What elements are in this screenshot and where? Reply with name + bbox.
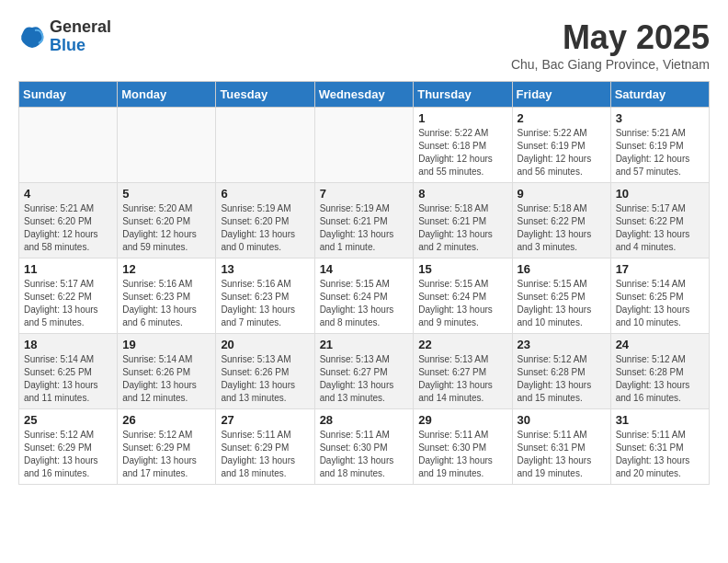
- day-number: 23: [518, 338, 606, 351]
- calendar-header-row: SundayMondayTuesdayWednesdayThursdayFrid…: [19, 82, 710, 108]
- day-number: 19: [122, 338, 210, 351]
- calendar-cell: 16Sunrise: 5:15 AM Sunset: 6:25 PM Dayli…: [512, 259, 610, 334]
- day-number: 21: [320, 338, 409, 351]
- day-number: 2: [518, 111, 606, 125]
- day-info: Sunrise: 5:15 AM Sunset: 6:24 PM Dayligh…: [418, 278, 506, 329]
- logo-text: General Blue: [50, 18, 111, 55]
- day-info: Sunrise: 5:11 AM Sunset: 6:31 PM Dayligh…: [616, 429, 704, 480]
- day-number: 5: [122, 187, 210, 201]
- calendar-cell: 4Sunrise: 5:21 AM Sunset: 6:20 PM Daylig…: [19, 183, 118, 259]
- header-wednesday: Wednesday: [314, 82, 414, 108]
- calendar-cell: [19, 108, 118, 183]
- day-number: 4: [24, 187, 112, 201]
- day-number: 3: [616, 111, 704, 125]
- day-info: Sunrise: 5:21 AM Sunset: 6:20 PM Dayligh…: [24, 202, 112, 254]
- day-number: 29: [418, 413, 506, 427]
- location-subtitle: Chu, Bac Giang Province, Vietnam: [511, 57, 710, 72]
- day-info: Sunrise: 5:14 AM Sunset: 6:25 PM Dayligh…: [616, 278, 704, 329]
- day-number: 13: [221, 262, 309, 276]
- day-number: 16: [518, 262, 606, 276]
- calendar-cell: 21Sunrise: 5:13 AM Sunset: 6:27 PM Dayli…: [314, 334, 414, 409]
- calendar-cell: [118, 108, 216, 183]
- day-number: 25: [24, 413, 112, 427]
- day-info: Sunrise: 5:16 AM Sunset: 6:23 PM Dayligh…: [122, 278, 210, 329]
- day-info: Sunrise: 5:11 AM Sunset: 6:31 PM Dayligh…: [518, 429, 606, 480]
- header-friday: Friday: [512, 82, 610, 108]
- day-info: Sunrise: 5:14 AM Sunset: 6:25 PM Dayligh…: [24, 353, 112, 405]
- day-info: Sunrise: 5:12 AM Sunset: 6:28 PM Dayligh…: [518, 353, 606, 405]
- day-info: Sunrise: 5:21 AM Sunset: 6:19 PM Dayligh…: [616, 127, 704, 178]
- day-number: 18: [24, 338, 112, 351]
- logo-blue: Blue: [50, 37, 111, 55]
- logo-icon: [18, 23, 46, 51]
- day-number: 22: [418, 338, 506, 351]
- day-number: 7: [320, 187, 409, 201]
- calendar-cell: 11Sunrise: 5:17 AM Sunset: 6:22 PM Dayli…: [19, 259, 118, 334]
- calendar-table: SundayMondayTuesdayWednesdayThursdayFrid…: [18, 81, 710, 485]
- calendar-cell: 14Sunrise: 5:15 AM Sunset: 6:24 PM Dayli…: [314, 259, 414, 334]
- calendar-week-row: 11Sunrise: 5:17 AM Sunset: 6:22 PM Dayli…: [19, 259, 710, 334]
- day-number: 15: [418, 262, 506, 276]
- calendar-cell: 7Sunrise: 5:19 AM Sunset: 6:21 PM Daylig…: [314, 183, 414, 259]
- header-tuesday: Tuesday: [216, 82, 314, 108]
- calendar-cell: 9Sunrise: 5:18 AM Sunset: 6:22 PM Daylig…: [512, 183, 610, 259]
- day-number: 8: [418, 187, 506, 201]
- calendar-week-row: 4Sunrise: 5:21 AM Sunset: 6:20 PM Daylig…: [19, 183, 710, 259]
- day-info: Sunrise: 5:15 AM Sunset: 6:25 PM Dayligh…: [518, 278, 606, 329]
- day-number: 30: [518, 413, 606, 427]
- calendar-cell: 17Sunrise: 5:14 AM Sunset: 6:25 PM Dayli…: [610, 259, 709, 334]
- logo-general: General: [50, 18, 111, 37]
- calendar-cell: [216, 108, 314, 183]
- calendar-cell: 2Sunrise: 5:22 AM Sunset: 6:19 PM Daylig…: [512, 108, 610, 183]
- day-number: 27: [221, 413, 309, 427]
- month-title: May 2025: [511, 18, 710, 57]
- day-info: Sunrise: 5:14 AM Sunset: 6:26 PM Dayligh…: [122, 353, 210, 405]
- day-info: Sunrise: 5:11 AM Sunset: 6:30 PM Dayligh…: [418, 429, 506, 480]
- calendar-cell: 18Sunrise: 5:14 AM Sunset: 6:25 PM Dayli…: [19, 334, 118, 409]
- day-info: Sunrise: 5:12 AM Sunset: 6:29 PM Dayligh…: [24, 429, 112, 480]
- title-block: May 2025 Chu, Bac Giang Province, Vietna…: [511, 18, 710, 72]
- calendar-week-row: 1Sunrise: 5:22 AM Sunset: 6:18 PM Daylig…: [19, 108, 710, 183]
- day-info: Sunrise: 5:16 AM Sunset: 6:23 PM Dayligh…: [221, 278, 309, 329]
- day-info: Sunrise: 5:18 AM Sunset: 6:21 PM Dayligh…: [418, 202, 506, 254]
- day-number: 24: [616, 338, 704, 351]
- calendar-cell: 8Sunrise: 5:18 AM Sunset: 6:21 PM Daylig…: [414, 183, 512, 259]
- day-number: 14: [320, 262, 409, 276]
- day-number: 1: [418, 111, 506, 125]
- calendar-cell: 25Sunrise: 5:12 AM Sunset: 6:29 PM Dayli…: [19, 409, 118, 485]
- calendar-cell: 12Sunrise: 5:16 AM Sunset: 6:23 PM Dayli…: [118, 259, 216, 334]
- calendar-cell: 28Sunrise: 5:11 AM Sunset: 6:30 PM Dayli…: [314, 409, 414, 485]
- calendar-cell: 6Sunrise: 5:19 AM Sunset: 6:20 PM Daylig…: [216, 183, 314, 259]
- page-header: General Blue May 2025 Chu, Bac Giang Pro…: [18, 18, 710, 72]
- calendar-week-row: 18Sunrise: 5:14 AM Sunset: 6:25 PM Dayli…: [19, 334, 710, 409]
- calendar-cell: 30Sunrise: 5:11 AM Sunset: 6:31 PM Dayli…: [512, 409, 610, 485]
- calendar-cell: 27Sunrise: 5:11 AM Sunset: 6:29 PM Dayli…: [216, 409, 314, 485]
- day-info: Sunrise: 5:13 AM Sunset: 6:27 PM Dayligh…: [418, 353, 506, 405]
- day-info: Sunrise: 5:12 AM Sunset: 6:28 PM Dayligh…: [616, 353, 704, 405]
- calendar-cell: 3Sunrise: 5:21 AM Sunset: 6:19 PM Daylig…: [610, 108, 709, 183]
- calendar-week-row: 25Sunrise: 5:12 AM Sunset: 6:29 PM Dayli…: [19, 409, 710, 485]
- calendar-cell: 10Sunrise: 5:17 AM Sunset: 6:22 PM Dayli…: [610, 183, 709, 259]
- day-number: 6: [221, 187, 309, 201]
- day-info: Sunrise: 5:18 AM Sunset: 6:22 PM Dayligh…: [518, 202, 606, 254]
- calendar-cell: 19Sunrise: 5:14 AM Sunset: 6:26 PM Dayli…: [118, 334, 216, 409]
- day-number: 31: [616, 413, 704, 427]
- calendar-cell: 31Sunrise: 5:11 AM Sunset: 6:31 PM Dayli…: [610, 409, 709, 485]
- day-info: Sunrise: 5:17 AM Sunset: 6:22 PM Dayligh…: [616, 202, 704, 254]
- header-saturday: Saturday: [610, 82, 709, 108]
- calendar-cell: 29Sunrise: 5:11 AM Sunset: 6:30 PM Dayli…: [414, 409, 512, 485]
- day-info: Sunrise: 5:13 AM Sunset: 6:26 PM Dayligh…: [221, 353, 309, 405]
- calendar-cell: 26Sunrise: 5:12 AM Sunset: 6:29 PM Dayli…: [118, 409, 216, 485]
- header-sunday: Sunday: [19, 82, 118, 108]
- calendar-cell: 1Sunrise: 5:22 AM Sunset: 6:18 PM Daylig…: [414, 108, 512, 183]
- calendar-cell: 22Sunrise: 5:13 AM Sunset: 6:27 PM Dayli…: [414, 334, 512, 409]
- calendar-cell: 13Sunrise: 5:16 AM Sunset: 6:23 PM Dayli…: [216, 259, 314, 334]
- day-info: Sunrise: 5:15 AM Sunset: 6:24 PM Dayligh…: [320, 278, 409, 329]
- day-info: Sunrise: 5:12 AM Sunset: 6:29 PM Dayligh…: [122, 429, 210, 480]
- day-info: Sunrise: 5:17 AM Sunset: 6:22 PM Dayligh…: [24, 278, 112, 329]
- calendar-cell: 24Sunrise: 5:12 AM Sunset: 6:28 PM Dayli…: [610, 334, 709, 409]
- day-number: 20: [221, 338, 309, 351]
- day-number: 26: [122, 413, 210, 427]
- day-number: 9: [518, 187, 606, 201]
- calendar-cell: [314, 108, 414, 183]
